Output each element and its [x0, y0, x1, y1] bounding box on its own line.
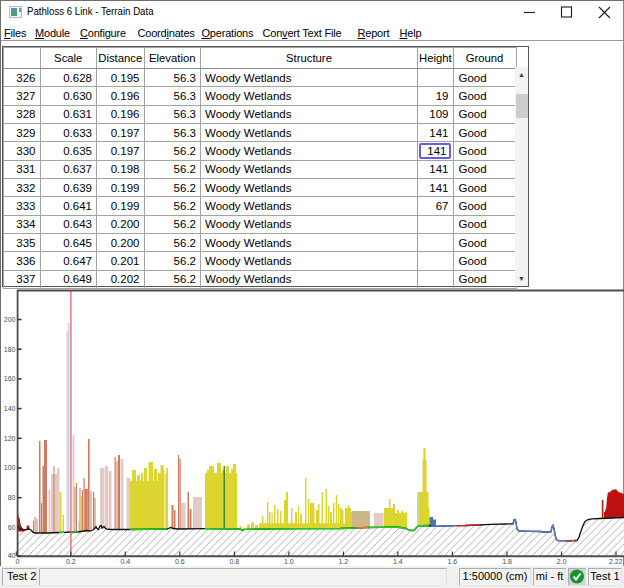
svg-text:1.2: 1.2 — [339, 558, 349, 565]
svg-text:0.2: 0.2 — [66, 558, 76, 565]
svg-text:200: 200 — [4, 316, 16, 323]
svg-text:140: 140 — [4, 405, 16, 412]
svg-text:100: 100 — [4, 464, 16, 471]
svg-text:160: 160 — [4, 375, 16, 382]
svg-text:1.6: 1.6 — [448, 558, 458, 565]
svg-text:80: 80 — [8, 494, 16, 501]
svg-text:0.4: 0.4 — [120, 558, 130, 565]
svg-text:1.8: 1.8 — [502, 558, 512, 565]
svg-text:2.22: 2.22 — [609, 558, 623, 565]
svg-text:0: 0 — [16, 558, 20, 565]
svg-text:1.0: 1.0 — [284, 558, 294, 565]
svg-text:2.0: 2.0 — [557, 558, 567, 565]
svg-text:40: 40 — [8, 552, 16, 559]
svg-text:60: 60 — [8, 524, 16, 531]
svg-text:0.8: 0.8 — [230, 558, 240, 565]
svg-text:120: 120 — [4, 435, 16, 442]
svg-text:0.6: 0.6 — [175, 558, 185, 565]
svg-text:1.4: 1.4 — [393, 558, 403, 565]
svg-text:180: 180 — [4, 346, 16, 353]
